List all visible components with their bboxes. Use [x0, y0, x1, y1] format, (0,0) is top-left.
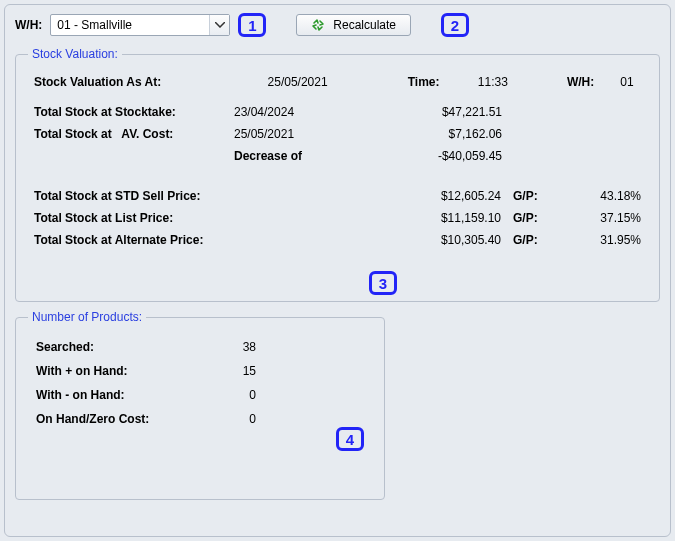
- alt-amount: $10,305.40: [417, 229, 507, 251]
- stocktake-label: Total Stock at Stocktake:: [28, 101, 228, 123]
- callout-1: 1: [238, 13, 266, 37]
- minus-value: 0: [212, 384, 262, 406]
- list-pct: 37.15%: [547, 207, 647, 229]
- callout-4: 4: [336, 427, 364, 451]
- avcost-suffix: AV. Cost:: [121, 127, 173, 141]
- sv-wh-label: W/H:: [542, 71, 600, 93]
- wh-combobox[interactable]: 01 - Smallville: [50, 14, 230, 36]
- list-amount: $11,159.10: [417, 207, 507, 229]
- std-amount: $12,605.24: [417, 185, 507, 207]
- wh-combobox-value: 01 - Smallville: [57, 18, 209, 32]
- alt-label: Total Stock at Alternate Price:: [28, 229, 288, 251]
- time-value: 11:33: [472, 71, 542, 93]
- stock-valuation-header-row: Stock Valuation As At: 25/05/2021 Time: …: [28, 71, 647, 93]
- gp-label: G/P:: [507, 207, 547, 229]
- decrease-amount: -$40,059.45: [408, 145, 508, 167]
- sv-wh-value: 01: [600, 71, 647, 93]
- stock-valuation-prices: Total Stock at STD Sell Price: $12,605.2…: [28, 185, 647, 251]
- table-row: With - on Hand: 0: [30, 384, 262, 406]
- plus-label: With + on Hand:: [30, 360, 210, 382]
- searched-value: 38: [212, 336, 262, 358]
- minus-label: With - on Hand:: [30, 384, 210, 406]
- table-row: Total Stock at STD Sell Price: $12,605.2…: [28, 185, 647, 207]
- products-table: Searched: 38 With + on Hand: 15 With - o…: [28, 334, 264, 432]
- stocktake-amount: $47,221.51: [408, 101, 508, 123]
- wh-label: W/H:: [15, 18, 42, 32]
- callout-2: 2: [441, 13, 469, 37]
- plus-value: 15: [212, 360, 262, 382]
- as-at-label: Stock Valuation As At:: [28, 71, 262, 93]
- stocktake-date: 23/04/2024: [228, 101, 348, 123]
- avcost-prefix: Total Stock at: [34, 127, 112, 141]
- time-label: Time:: [402, 71, 472, 93]
- zero-value: 0: [212, 408, 262, 430]
- std-pct: 43.18%: [547, 185, 647, 207]
- stock-valuation-totals: Total Stock at Stocktake: 23/04/2024 $47…: [28, 101, 647, 167]
- toolbar: W/H: 01 - Smallville 1 Recalcul: [15, 13, 660, 37]
- avcost-date: 25/05/2021: [228, 123, 348, 145]
- gp-label: G/P:: [507, 185, 547, 207]
- alt-pct: 31.95%: [547, 229, 647, 251]
- zero-label: On Hand/Zero Cost:: [30, 408, 210, 430]
- callout-3: 3: [369, 271, 397, 295]
- std-label: Total Stock at STD Sell Price:: [28, 185, 288, 207]
- app-frame: W/H: 01 - Smallville 1 Recalcul: [4, 4, 671, 537]
- table-row: Searched: 38: [30, 336, 262, 358]
- table-row: On Hand/Zero Cost: 0: [30, 408, 262, 430]
- recycle-icon: [311, 18, 325, 32]
- products-legend: Number of Products:: [28, 310, 146, 324]
- avcost-label: Total Stock at AV. Cost:: [28, 123, 228, 145]
- chevron-down-icon: [215, 22, 225, 28]
- wh-combobox-dropdown-button[interactable]: [209, 15, 229, 35]
- gp-label: G/P:: [507, 229, 547, 251]
- table-row: Total Stock at Alternate Price: $10,305.…: [28, 229, 647, 251]
- list-label: Total Stock at List Price:: [28, 207, 288, 229]
- avcost-amount: $7,162.06: [408, 123, 508, 145]
- searched-label: Searched:: [30, 336, 210, 358]
- decrease-label: Decrease of: [228, 145, 348, 167]
- as-at-value: 25/05/2021: [262, 71, 402, 93]
- products-group: Number of Products: Searched: 38 With + …: [15, 310, 385, 500]
- stock-valuation-legend: Stock Valuation:: [28, 47, 122, 61]
- table-row: Total Stock at List Price: $11,159.10 G/…: [28, 207, 647, 229]
- recalculate-button[interactable]: Recalculate: [296, 14, 411, 36]
- stock-valuation-group: Stock Valuation: Stock Valuation As At: …: [15, 47, 660, 302]
- recalculate-button-label: Recalculate: [333, 18, 396, 32]
- table-row: With + on Hand: 15: [30, 360, 262, 382]
